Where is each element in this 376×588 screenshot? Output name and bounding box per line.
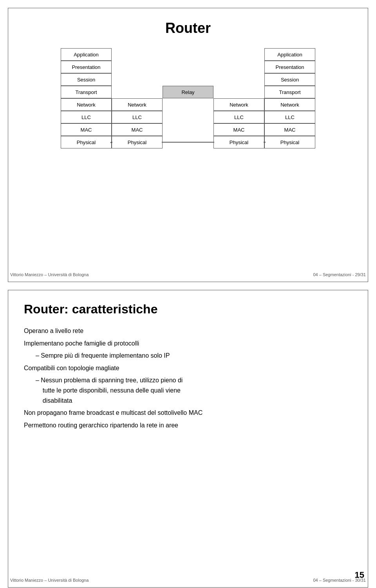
- right-network: Network: [264, 98, 315, 111]
- footer-left-2: Vittorio Maniezzo – Università di Bologn…: [10, 578, 89, 583]
- right-presentation: Presentation: [264, 61, 315, 73]
- point-3: – Sempre più di frequente implementano s…: [24, 351, 352, 361]
- slide2-title: Router: caratteristiche: [24, 302, 352, 317]
- right-physical: Physical: [264, 136, 315, 148]
- left-transport: Transport: [61, 86, 112, 98]
- table-row: Transport Relay Transport: [61, 86, 315, 98]
- mid-left-mac: MAC: [112, 123, 163, 136]
- table-row: Presentation Presentation: [61, 61, 315, 73]
- slide2-body: Operano a livello rete Implementano poch…: [24, 326, 352, 430]
- mid-left-physical: Physical: [112, 136, 163, 148]
- slide-2: Router: caratteristiche Operano a livell…: [8, 290, 368, 588]
- point-6: Non propagano frame broadcast e multicas…: [24, 408, 352, 418]
- slide1-footer: Vittorio Maniezzo – Università di Bologn…: [8, 272, 368, 277]
- mid-left-network: Network: [112, 98, 163, 111]
- slide2-footer: Vittorio Maniezzo – Università di Bologn…: [8, 578, 368, 583]
- left-network: Network: [61, 98, 112, 111]
- table-row: Network Network Network Network: [61, 98, 315, 111]
- right-session: Session: [264, 73, 315, 86]
- mid-right-physical: Physical: [213, 136, 264, 148]
- slide1-title: Router: [24, 20, 352, 36]
- left-session: Session: [61, 73, 112, 86]
- mid-left-llc: LLC: [112, 111, 163, 123]
- table-row: LLC LLC LLC LLC: [61, 111, 315, 123]
- page-number: 15: [355, 570, 364, 580]
- mid-right-mac: MAC: [213, 123, 264, 136]
- left-application: Application: [61, 48, 112, 61]
- slide-1: Router Application Application Presentat…: [8, 8, 368, 282]
- point-7: Permettono routing gerarchico ripartendo…: [24, 420, 352, 431]
- right-application: Application: [264, 48, 315, 61]
- mid-right-llc: LLC: [213, 111, 264, 123]
- table-row: MAC MAC MAC MAC: [61, 123, 315, 136]
- point-1: Operano a livello rete: [24, 326, 352, 336]
- router-diagram: Application Application Presentation Pre…: [24, 48, 352, 152]
- left-mac: MAC: [61, 123, 112, 136]
- table-row: Session Session: [61, 73, 315, 86]
- footer-left-1: Vittorio Maniezzo – Università di Bologn…: [10, 272, 89, 277]
- mid-right-network: Network: [213, 98, 264, 111]
- point-5: – Nessun problema di spanning tree, util…: [24, 375, 352, 405]
- left-llc: LLC: [61, 111, 112, 123]
- left-presentation: Presentation: [61, 61, 112, 73]
- right-llc: LLC: [264, 111, 315, 123]
- relay-label: Relay: [163, 86, 213, 98]
- point-2: Implementano poche famiglie di protocoll…: [24, 338, 352, 349]
- physical-row: Physical Physical Physical: [61, 136, 315, 148]
- left-physical: Physical: [61, 136, 112, 148]
- right-mac: MAC: [264, 123, 315, 136]
- right-transport: Transport: [264, 86, 315, 98]
- footer-right-1: 04 – Segmentazioni - 29/31: [313, 272, 366, 277]
- table-row: Application Application: [61, 48, 315, 61]
- point-4: Compatibili con topologie magliate: [24, 363, 352, 373]
